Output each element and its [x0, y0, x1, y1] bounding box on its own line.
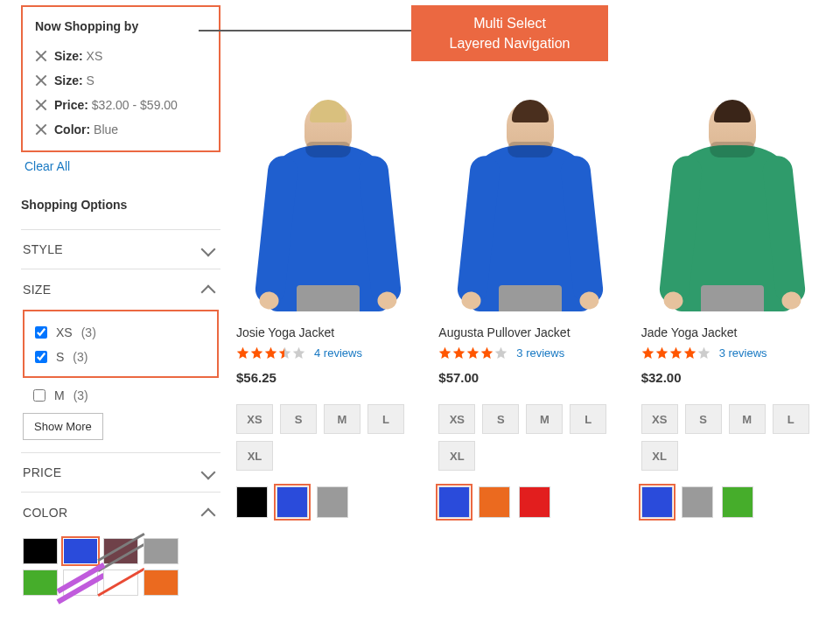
size-checkbox[interactable] [35, 326, 47, 339]
facet-price-header[interactable]: PRICE [21, 453, 220, 492]
svg-marker-1 [251, 347, 263, 359]
size-swatch[interactable]: S [685, 404, 722, 434]
size-option-count: (3) [81, 325, 96, 339]
applied-filters-list: Size: XS Size: S Price: $32.00 - $59.00 … [35, 44, 206, 142]
color-swatch[interactable] [641, 486, 673, 518]
product-image[interactable] [438, 49, 621, 311]
filter-label: Size: [54, 73, 83, 87]
filter-value: $32.00 - $59.00 [92, 98, 178, 112]
size-swatch[interactable]: XS [236, 404, 273, 434]
rating-row: 3 reviews [438, 346, 621, 360]
reviews-link[interactable]: 3 reviews [719, 346, 767, 360]
rating-row: 4 reviews [236, 346, 419, 360]
color-swatch[interactable] [236, 486, 268, 518]
color-swatch[interactable] [438, 486, 470, 518]
size-swatch-row: XSSMLXL [438, 404, 621, 471]
color-swatch-purple-stripe[interactable] [63, 570, 98, 596]
svg-marker-13 [683, 347, 696, 359]
size-checkbox[interactable] [35, 351, 47, 363]
remove-filter-icon[interactable] [35, 99, 47, 111]
product-name[interactable]: Jade Yoga Jacket [641, 325, 824, 339]
size-swatch[interactable]: XL [438, 441, 475, 471]
size-swatch[interactable]: M [729, 404, 766, 434]
product-price: $57.00 [438, 370, 621, 385]
color-swatch-green[interactable] [23, 570, 58, 596]
size-swatch[interactable]: L [368, 404, 404, 434]
size-swatch[interactable]: L [773, 404, 809, 434]
size-swatch[interactable]: S [280, 404, 317, 434]
facet-size-header[interactable]: SIZE [21, 269, 220, 310]
color-swatch[interactable] [276, 486, 308, 518]
svg-marker-2 [265, 347, 277, 359]
product-price: $56.25 [236, 370, 419, 385]
color-swatch-orange[interactable] [144, 570, 178, 596]
rating-row: 3 reviews [641, 346, 824, 360]
facet-style: STYLE [21, 230, 220, 269]
remove-filter-icon[interactable] [35, 50, 47, 62]
remove-filter-icon[interactable] [35, 74, 47, 87]
size-swatch[interactable]: XS [438, 404, 475, 434]
applied-filter-item: Price: $32.00 - $59.00 [35, 93, 206, 117]
star-rating [438, 346, 508, 360]
product-name[interactable]: Augusta Pullover Jacket [438, 325, 621, 339]
star-empty-icon [494, 346, 508, 360]
color-swatch-maroon-stripe[interactable] [103, 538, 138, 564]
color-swatch[interactable] [722, 486, 753, 518]
star-icon [655, 346, 668, 360]
svg-marker-12 [669, 347, 682, 359]
size-swatch[interactable]: XS [641, 404, 678, 434]
facet-color-label: COLOR [23, 506, 67, 520]
size-option-count: (3) [74, 388, 88, 402]
size-option-label: S [56, 350, 64, 364]
shopping-options-title: Shopping Options [21, 189, 220, 230]
facet-price-label: PRICE [23, 465, 61, 479]
size-option[interactable]: XS (3) [35, 320, 208, 345]
size-swatch[interactable]: XL [641, 441, 678, 471]
star-rating [236, 346, 305, 360]
svg-marker-4 [293, 347, 305, 359]
svg-marker-5 [439, 347, 452, 359]
applied-filter-item: Size: XS [35, 44, 206, 68]
star-empty-icon [292, 346, 305, 360]
svg-marker-0 [237, 347, 249, 359]
size-swatch-row: XSSMLXL [236, 404, 419, 471]
size-swatch[interactable]: M [324, 404, 360, 434]
color-swatch[interactable] [519, 486, 550, 518]
product-card: Josie Yoga Jacket 4 reviews $56.25 XSSML… [236, 49, 419, 518]
show-more-button[interactable]: Show More [23, 413, 103, 440]
color-swatch-gray[interactable] [144, 538, 178, 564]
facet-color-header[interactable]: COLOR [21, 493, 220, 533]
reviews-link[interactable]: 3 reviews [516, 346, 564, 360]
size-option[interactable]: M (3) [23, 383, 219, 408]
svg-marker-8 [481, 347, 494, 359]
size-checkbox[interactable] [33, 389, 46, 402]
color-swatch-blue[interactable] [63, 538, 98, 564]
product-image[interactable] [236, 49, 419, 311]
size-swatch[interactable]: L [570, 404, 606, 434]
facet-size: SIZE XS (3) S (3) M (3) Show More [21, 269, 220, 453]
reviews-link[interactable]: 4 reviews [314, 346, 362, 360]
color-swatch[interactable] [682, 486, 713, 518]
clear-all-link[interactable]: Clear All [24, 159, 220, 173]
facet-color: COLOR [21, 493, 220, 608]
size-swatch[interactable]: M [526, 404, 563, 434]
svg-marker-14 [697, 347, 710, 359]
remove-filter-icon[interactable] [35, 123, 47, 136]
facet-price: PRICE [21, 453, 220, 493]
color-swatch-grid [23, 533, 219, 596]
color-swatch[interactable] [479, 486, 510, 518]
size-swatch[interactable]: XL [236, 441, 273, 471]
chevron-down-icon [201, 242, 216, 257]
facet-style-header[interactable]: STYLE [21, 230, 220, 269]
size-swatch[interactable]: S [482, 404, 519, 434]
size-option[interactable]: S (3) [35, 345, 208, 369]
filter-value: XS [87, 49, 103, 63]
color-swatch-black[interactable] [23, 538, 58, 564]
chevron-up-icon [201, 285, 216, 300]
product-name[interactable]: Josie Yoga Jacket [236, 325, 419, 339]
color-swatch[interactable] [317, 486, 348, 518]
product-image[interactable] [641, 49, 824, 311]
star-icon [264, 346, 277, 360]
color-swatch-red-stripe[interactable] [103, 570, 138, 596]
svg-marker-6 [453, 347, 466, 359]
